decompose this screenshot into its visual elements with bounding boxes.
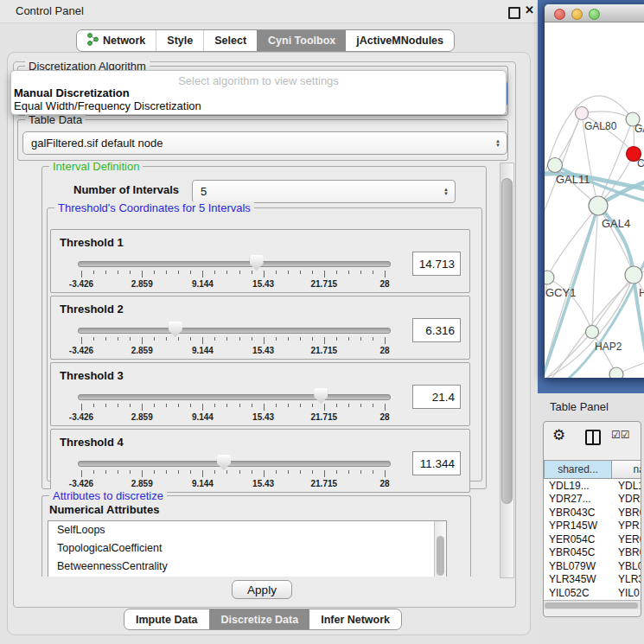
network-node[interactable] xyxy=(545,271,554,284)
slider-ticks xyxy=(81,271,385,278)
threshold-2-label: Threshold 2 xyxy=(60,303,124,316)
cyni-mode-tab-bar: Impute Data Discretize Data Infer Networ… xyxy=(124,609,402,630)
threshold-1-slider-thumb[interactable] xyxy=(250,255,264,271)
threshold-2-value-field[interactable]: 6.316 xyxy=(412,318,461,342)
float-window-icon[interactable] xyxy=(508,7,520,19)
tab-select[interactable]: Select xyxy=(203,30,257,51)
threshold-4-slider-thumb[interactable] xyxy=(217,455,231,470)
threshold-1-value-field[interactable]: 14.713 xyxy=(412,252,461,276)
network-node-label: GA xyxy=(634,123,644,135)
tab-jactivemnodules[interactable]: jActiveMNodules xyxy=(346,30,454,51)
table-horizontal-scrollbar[interactable] xyxy=(544,600,641,609)
column-header-shared-name[interactable]: shared... xyxy=(544,460,612,479)
network-node[interactable] xyxy=(625,266,642,284)
stepper-icon: ▲▼ xyxy=(495,139,501,148)
table-row[interactable]: YDR27...YDR2 xyxy=(544,493,641,507)
table-row[interactable]: YBL079WYBL0 xyxy=(544,559,641,573)
threshold-1-panel: Threshold 1 -3.4262.8599.14415.4321.7152… xyxy=(50,229,470,293)
stepper-icon: ▲▼ xyxy=(443,188,449,196)
threshold-3-value-field[interactable]: 21.4 xyxy=(412,385,461,409)
table-data-combobox[interactable]: galFiltered.sif default node ▲▼ xyxy=(22,131,507,155)
threshold-1-slider-track[interactable] xyxy=(78,261,391,267)
number-of-intervals-combobox[interactable]: 5 ▲▼ xyxy=(192,180,456,203)
network-window-titlebar[interactable] xyxy=(545,4,644,22)
slider-ticks xyxy=(81,470,385,478)
table-row[interactable]: YLR345WYLR3 xyxy=(544,573,641,587)
table-row[interactable]: YPR145WYPR1 xyxy=(544,520,641,533)
node-table-panel: ⚙ ☑☑ shared... name YDL19...YDL1YDR27...… xyxy=(543,421,641,617)
dropdown-item-manual-discretization[interactable]: Manual Discretization xyxy=(14,86,130,99)
gear-icon[interactable]: ⚙ xyxy=(552,426,565,444)
threshold-4-value-field[interactable]: 11.344 xyxy=(412,451,461,475)
network-node-label: C xyxy=(637,157,644,169)
columns-icon[interactable] xyxy=(585,430,601,445)
attribute-list-item[interactable]: TopologicalCoefficient xyxy=(48,539,446,558)
network-node-label: GAL80 xyxy=(584,120,617,132)
network-icon xyxy=(87,33,99,48)
threshold-3-slider-track[interactable] xyxy=(78,394,391,400)
slider-tick-labels: -3.4262.8599.14415.4321.71528 xyxy=(81,346,385,356)
table-row[interactable]: YDL19...YDL1 xyxy=(544,479,641,493)
tab-style[interactable]: Style xyxy=(156,30,203,51)
network-node[interactable] xyxy=(589,196,608,215)
column-header-name[interactable]: name xyxy=(612,460,641,479)
network-node[interactable] xyxy=(609,367,623,378)
threshold-3-label: Threshold 3 xyxy=(60,369,124,382)
threshold-4-slider-track[interactable] xyxy=(78,461,391,467)
network-canvas-svg: GAL80GACGAL11GAL4GCY1HHAP2 xyxy=(545,22,644,378)
number-of-intervals-label: Number of Intervals xyxy=(73,183,179,196)
close-traffic-light-icon[interactable] xyxy=(554,9,565,20)
attributes-group-title: Attributes to discretize xyxy=(49,489,167,502)
close-icon[interactable]: ✕ xyxy=(525,3,534,16)
table-row[interactable]: YIL052CYIL0 xyxy=(544,586,641,600)
dropdown-item-equal-width-frequency[interactable]: Equal Width/Frequency Discretization xyxy=(14,99,201,112)
table-row[interactable]: YBR043CYBR0 xyxy=(544,506,641,520)
attribute-list-item[interactable]: BetweennessCentrality xyxy=(48,558,446,576)
threshold-2-slider-track[interactable] xyxy=(78,328,391,334)
minimize-traffic-light-icon[interactable] xyxy=(571,9,583,20)
list-scrollbar[interactable] xyxy=(434,521,446,577)
interval-definition-group-title: Interval Definition xyxy=(49,161,143,173)
slider-ticks xyxy=(81,337,385,345)
select-columns-icons[interactable]: ☑☑ xyxy=(611,429,630,441)
table-horizontal-scrollbar-thumb[interactable] xyxy=(545,603,638,609)
zoom-traffic-light-icon[interactable] xyxy=(589,9,600,20)
control-panel-title: Control Panel xyxy=(16,4,84,17)
panel-scrollbar-thumb[interactable] xyxy=(501,178,513,504)
control-panel: Control Panel ✕ Network Style Select Cyn… xyxy=(0,0,538,644)
threshold-2-panel: Threshold 2 -3.4262.8599.14415.4321.7152… xyxy=(50,296,470,360)
network-node[interactable] xyxy=(548,158,563,173)
panel-scrollbar[interactable] xyxy=(500,163,514,578)
slider-ticks xyxy=(81,404,385,411)
algorithm-dropdown-placeholder: Select algorithm to view settings xyxy=(11,74,506,87)
control-panel-titlebar: Control Panel ✕ xyxy=(0,0,538,23)
threshold-3-slider-thumb[interactable] xyxy=(314,388,328,404)
network-node-label: GAL4 xyxy=(602,217,630,230)
table-row[interactable]: YBR045CYBR0 xyxy=(544,546,641,560)
number-of-intervals-value: 5 xyxy=(201,185,207,198)
settings-viewport: Interval Definition Number of Intervals … xyxy=(17,161,498,577)
list-scrollbar-thumb[interactable] xyxy=(437,536,444,576)
network-view-canvas[interactable]: GAL80GACGAL11GAL4GCY1HHAP2 xyxy=(545,22,644,378)
desktop-background: GAL80GACGAL11GAL4GCY1HHAP2 xyxy=(538,0,644,393)
threshold-4-panel: Threshold 4 -3.4262.8599.14415.4321.7152… xyxy=(50,429,470,493)
attribute-list-item[interactable]: SelfLoops xyxy=(48,521,446,539)
table-panel-title: Table Panel xyxy=(550,400,609,413)
tab-network[interactable]: Network xyxy=(77,30,156,51)
tab-cyni-toolbox[interactable]: Cyni Toolbox xyxy=(257,30,346,51)
table-row[interactable]: YER054CYER0 xyxy=(544,532,641,546)
table-data-group-title: Table Data xyxy=(25,113,86,126)
network-edge[interactable] xyxy=(598,206,634,275)
threshold-2-slider-thumb[interactable] xyxy=(169,322,182,337)
numerical-attributes-label: Numerical Attributes xyxy=(49,503,159,516)
network-node[interactable] xyxy=(576,107,589,120)
tab-network-label: Network xyxy=(103,35,145,47)
tab-impute-data[interactable]: Impute Data xyxy=(124,609,209,629)
tab-infer-network[interactable]: Infer Network xyxy=(309,609,401,629)
network-window[interactable]: GAL80GACGAL11GAL4GCY1HHAP2 xyxy=(545,4,644,378)
network-node[interactable] xyxy=(586,326,599,339)
tab-discretize-data[interactable]: Discretize Data xyxy=(209,609,310,629)
apply-button[interactable]: Apply xyxy=(232,580,292,599)
network-node-label: GAL11 xyxy=(556,173,590,186)
network-edge[interactable] xyxy=(547,206,598,277)
